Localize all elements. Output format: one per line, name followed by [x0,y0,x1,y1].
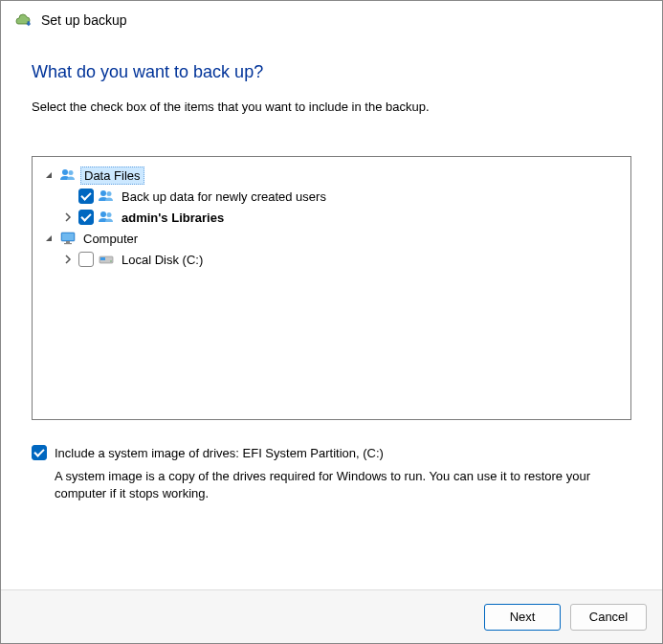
users-icon [98,209,115,226]
disk-icon [98,251,115,268]
checkbox-local-disk[interactable] [78,252,94,267]
users-icon [59,167,77,184]
cancel-button[interactable]: Cancel [570,604,647,631]
window-title: Set up backup [41,12,127,28]
users-icon [98,188,115,205]
tree-label-admin-libraries: admin's Libraries [119,210,227,226]
tree-node-newly-created-users[interactable]: Back up data for newly created users [38,186,625,207]
chevron-down-icon[interactable] [42,168,55,182]
svg-rect-8 [66,241,70,243]
tree-label-newly-created-users: Back up data for newly created users [119,189,329,205]
footer: Next Cancel [1,589,662,643]
backup-tree: Data Files Back up data for newly create… [32,156,631,420]
tree-node-admin-libraries[interactable]: admin's Libraries [38,207,625,228]
monitor-icon [59,230,77,247]
checkbox-system-image[interactable] [32,445,47,460]
svg-rect-11 [100,257,105,260]
checkbox-newly-created-users[interactable] [78,189,94,204]
next-button[interactable]: Next [484,604,561,631]
svg-point-1 [69,170,74,175]
tree-node-data-files[interactable]: Data Files [38,165,625,186]
chevron-right-icon[interactable] [61,211,75,224]
svg-point-5 [107,212,112,217]
system-image-section: Include a system image of drives: EFI Sy… [32,445,631,501]
svg-point-4 [100,211,106,217]
svg-rect-7 [62,233,74,240]
system-image-description: A system image is a copy of the drives r… [55,468,631,501]
system-image-label: Include a system image of drives: EFI Sy… [55,446,384,460]
tree-node-computer[interactable]: Computer [38,228,625,249]
svg-point-3 [107,191,112,196]
chevron-down-icon[interactable] [42,232,55,245]
tree-label-computer: Computer [80,231,141,247]
chevron-right-icon[interactable] [61,253,75,266]
tree-label-local-disk: Local Disk (C:) [119,252,206,268]
svg-point-2 [100,190,106,196]
chevron-spacer [61,189,75,203]
checkbox-admin-libraries[interactable] [78,210,94,225]
backup-icon [14,11,33,30]
tree-node-local-disk[interactable]: Local Disk (C:) [38,249,625,270]
page-heading: What do you want to back up? [32,62,631,82]
content-area: What do you want to back up? Select the … [1,33,662,589]
tree-label-data-files[interactable]: Data Files [80,167,144,185]
svg-point-12 [110,260,112,262]
page-instruction: Select the check box of the items that y… [32,100,631,114]
svg-rect-9 [64,243,72,244]
title-bar: Set up backup [1,1,662,33]
svg-point-0 [62,169,68,175]
